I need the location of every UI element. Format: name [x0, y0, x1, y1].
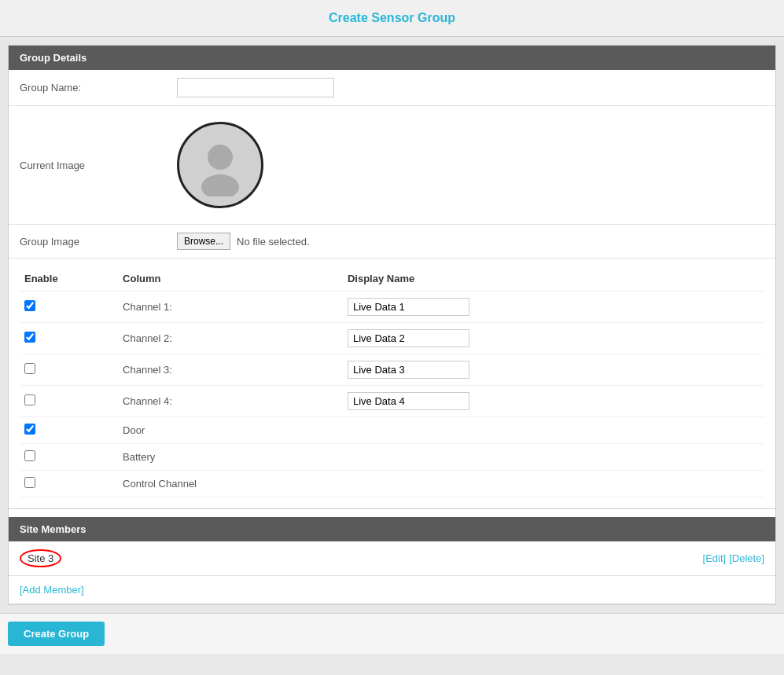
display-name-header: Display Name — [343, 266, 764, 292]
column-name: Battery — [118, 444, 343, 471]
site-delete-link[interactable]: [Delete] — [729, 552, 764, 564]
page-header: Create Sensor Group — [0, 0, 784, 37]
site-member-actions: [Edit][Delete] — [703, 552, 764, 564]
table-row: Battery — [20, 444, 764, 471]
table-row: Control Channel — [20, 471, 764, 497]
enable-checkbox[interactable] — [24, 363, 35, 374]
main-content: Group Details Group Name: Current Image … — [8, 45, 776, 605]
site-members-header: Site Members — [9, 517, 775, 541]
svg-point-1 — [201, 174, 239, 196]
enable-checkbox[interactable] — [24, 450, 35, 461]
column-name: Channel 4: — [118, 386, 343, 417]
table-row: Channel 2: — [20, 323, 764, 354]
columns-table: Enable Column Display Name Channel 1:Cha… — [20, 266, 764, 497]
current-image-label: Current Image — [20, 160, 177, 171]
group-details-header: Group Details — [9, 46, 775, 70]
add-member-row: [Add Member] — [9, 576, 775, 604]
enable-checkbox[interactable] — [24, 477, 35, 488]
enable-checkbox[interactable] — [24, 394, 35, 405]
column-name: Channel 1: — [118, 292, 343, 323]
group-image-row: Group Image Browse... No file selected. — [9, 225, 775, 259]
column-name: Door — [118, 417, 343, 444]
create-group-button[interactable]: Create Group — [8, 622, 105, 646]
site-member-name: Site 3 — [20, 549, 61, 567]
avatar-icon — [189, 134, 252, 196]
site-members-section: Site Members Site 3[Edit][Delete] [Add M… — [9, 517, 775, 604]
display-name-input[interactable] — [348, 361, 469, 379]
column-name: Channel 2: — [118, 323, 343, 354]
browse-button[interactable]: Browse... — [177, 233, 230, 250]
current-image-row: Current Image — [9, 106, 775, 225]
group-name-label: Group Name: — [20, 82, 177, 94]
group-name-input[interactable] — [177, 78, 334, 97]
svg-point-0 — [208, 145, 233, 170]
display-name-input[interactable] — [348, 329, 469, 347]
group-name-row: Group Name: — [9, 70, 775, 106]
table-row: Channel 4: — [20, 386, 764, 417]
enable-checkbox[interactable] — [24, 424, 35, 435]
footer-row: Create Group — [0, 613, 784, 654]
page-title: Create Sensor Group — [8, 11, 776, 25]
column-name: Control Channel — [118, 471, 343, 497]
site-edit-link[interactable]: [Edit] — [703, 552, 727, 564]
table-row: Channel 1: — [20, 292, 764, 323]
file-selected-text: No file selected. — [237, 236, 310, 248]
enable-checkbox[interactable] — [24, 300, 35, 311]
enable-header: Enable — [20, 266, 118, 292]
table-row: Door — [20, 417, 764, 444]
add-member-link[interactable]: [Add Member] — [20, 584, 84, 596]
enable-checkbox[interactable] — [24, 332, 35, 343]
columns-wrapper: Enable Column Display Name Channel 1:Cha… — [9, 259, 775, 509]
site-member-row: Site 3[Edit][Delete] — [9, 541, 775, 576]
column-header: Column — [118, 266, 343, 292]
display-name-input[interactable] — [348, 298, 469, 316]
table-row: Channel 3: — [20, 354, 764, 386]
column-name: Channel 3: — [118, 354, 343, 386]
display-name-input[interactable] — [348, 392, 469, 410]
avatar-circle — [177, 122, 263, 208]
group-image-label: Group Image — [20, 236, 177, 248]
